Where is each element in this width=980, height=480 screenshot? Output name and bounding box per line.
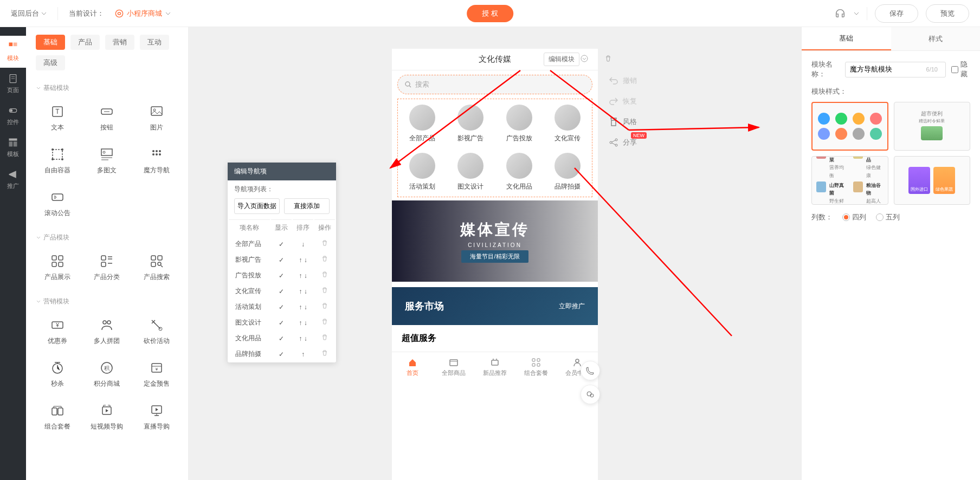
design-label: 当前设计： xyxy=(69,9,104,18)
sidebar-pages[interactable]: 页面 xyxy=(0,68,26,100)
module-组合套餐[interactable]: 组合套餐 xyxy=(34,398,81,437)
tab-interact[interactable]: 互动 xyxy=(140,35,169,50)
module-产品搜索[interactable]: 产品搜索 xyxy=(133,249,180,287)
style-option-2[interactable]: 超市便利精选时令鲜果 xyxy=(894,102,971,151)
props-tab-style[interactable]: 样式 xyxy=(891,27,981,50)
redo-button[interactable]: 恢复 xyxy=(609,96,637,106)
visible-toggle[interactable]: ✓ xyxy=(271,315,292,330)
magic-nav-module[interactable]: 全部产品影视广告广告投放文化宣传活动策划图文设计文化用品品牌拍摄 xyxy=(397,99,592,197)
phone-float-button[interactable] xyxy=(581,361,600,380)
delete-row[interactable] xyxy=(314,347,335,361)
nav-item[interactable]: 品牌拍摄 xyxy=(546,153,590,191)
module-产品分类[interactable]: 产品分类 xyxy=(83,249,131,287)
nav-item[interactable]: 活动策划 xyxy=(400,153,444,191)
add-directly-button[interactable]: 直接添加 xyxy=(284,198,330,214)
props-tab-basic[interactable]: 基础 xyxy=(802,27,891,50)
back-to-admin[interactable]: 返回后台 xyxy=(11,9,47,18)
sort-arrows[interactable]: ↑ xyxy=(293,347,313,361)
expand-icon[interactable] xyxy=(581,55,588,64)
visible-toggle[interactable]: ✓ xyxy=(271,300,292,314)
tab-advanced[interactable]: 高级 xyxy=(36,55,65,70)
module-秒杀[interactable]: 秒杀 xyxy=(34,355,81,394)
tabbar-item[interactable]: 首页 xyxy=(392,352,433,382)
delete-row[interactable] xyxy=(314,237,335,251)
module-图片[interactable]: 图片 xyxy=(133,99,180,138)
module-产品展示[interactable]: 产品展示 xyxy=(34,249,81,287)
sort-arrows[interactable]: ↑ ↓ xyxy=(293,331,313,346)
module-积分商城[interactable]: 积积分商城 xyxy=(83,355,131,394)
visible-toggle[interactable]: ✓ xyxy=(271,284,292,299)
delete-row[interactable] xyxy=(314,300,335,314)
visible-toggle[interactable]: ✓ xyxy=(271,331,292,346)
edit-module-button[interactable]: 编辑模块 xyxy=(544,53,579,66)
nav-item[interactable]: 图文设计 xyxy=(449,153,493,191)
hide-checkbox[interactable]: 隐藏 xyxy=(951,60,970,79)
sidebar-templates[interactable]: 模板 xyxy=(0,132,26,164)
module-砍价活动[interactable]: 砍价活动 xyxy=(133,313,180,351)
tabbar-item[interactable]: 全部商品 xyxy=(433,352,474,382)
delete-icon[interactable] xyxy=(604,55,612,64)
media-banner[interactable]: 媒体宣传 CIVILIZATION 海量节目/精彩无限 xyxy=(392,200,598,282)
service-banner[interactable]: 服务市场 立即推广 xyxy=(392,287,598,325)
radio-5col[interactable]: 五列 xyxy=(876,212,900,222)
sidebar-promote[interactable]: 推广 xyxy=(0,164,26,196)
module-魔方导航[interactable]: 魔方导航 xyxy=(133,142,180,180)
nav-item[interactable]: 全部产品 xyxy=(400,105,444,143)
svg-text:T: T xyxy=(55,108,60,115)
visible-toggle[interactable]: ✓ xyxy=(271,237,292,251)
svg-point-30 xyxy=(156,153,158,155)
svg-point-29 xyxy=(152,153,154,155)
delete-row[interactable] xyxy=(314,268,335,283)
chevron-down-icon[interactable] xyxy=(854,11,859,16)
style-option-3[interactable]: 农家蔬菜营养均衡家禽蛋品绿色健康 山野真菌野生鲜活粮油谷物超高人气 xyxy=(811,156,888,205)
preview-button[interactable]: 预览 xyxy=(926,4,969,23)
tabbar-item[interactable]: 组合套餐 xyxy=(515,352,557,382)
visible-toggle[interactable]: ✓ xyxy=(271,252,292,267)
delete-row[interactable] xyxy=(314,284,335,299)
sort-arrows[interactable]: ↓ xyxy=(293,237,313,251)
module-按钮[interactable]: 按钮 xyxy=(83,99,131,138)
style-option-1[interactable] xyxy=(811,102,888,151)
sort-arrows[interactable]: ↑ ↓ xyxy=(293,252,313,267)
tab-product[interactable]: 产品 xyxy=(70,35,100,50)
delete-row[interactable] xyxy=(314,252,335,267)
tab-basic[interactable]: 基础 xyxy=(36,35,65,50)
tabbar-item[interactable]: 新品推荐 xyxy=(474,352,515,382)
module-优惠券[interactable]: ¥优惠券 xyxy=(34,313,81,351)
import-page-data-button[interactable]: 导入页面数据 xyxy=(234,198,280,214)
search-bar[interactable]: 搜索 xyxy=(397,75,592,94)
sidebar-controls[interactable]: 控件 xyxy=(0,100,26,132)
nav-item[interactable]: 影视广告 xyxy=(449,105,493,143)
sort-arrows[interactable]: ↑ ↓ xyxy=(293,315,313,330)
delete-row[interactable] xyxy=(314,315,335,330)
style-button[interactable]: 风格 xyxy=(609,117,637,127)
nav-item[interactable]: 广告投放 xyxy=(497,105,541,143)
module-多人拼团[interactable]: 多人拼团 xyxy=(83,313,131,351)
sort-arrows[interactable]: ↑ ↓ xyxy=(293,268,313,283)
design-selector[interactable]: 小程序商城 xyxy=(115,9,171,18)
module-短视频导购[interactable]: 短视频导购 xyxy=(83,398,131,437)
style-option-4[interactable]: 国外进口 绿色果蔬 xyxy=(894,156,971,205)
nav-item[interactable]: 文化用品 xyxy=(497,153,541,191)
module-自由容器[interactable]: 自由容器 xyxy=(34,142,81,180)
module-滚动公告[interactable]: 滚动公告 xyxy=(34,185,81,223)
undo-button[interactable]: 撤销 xyxy=(609,76,637,86)
support-icon[interactable] xyxy=(834,8,846,20)
authorize-button[interactable]: 授 权 xyxy=(467,5,513,22)
module-多图文[interactable]: 多图文 xyxy=(83,142,131,180)
wechat-float-button[interactable] xyxy=(581,385,600,404)
sort-arrows[interactable]: ↑ ↓ xyxy=(293,300,313,314)
nav-item[interactable]: 文化宣传 xyxy=(546,105,590,143)
radio-4col[interactable]: 四列 xyxy=(842,212,866,222)
visible-toggle[interactable]: ✓ xyxy=(271,268,292,283)
save-button[interactable]: 保存 xyxy=(875,4,918,23)
visible-toggle[interactable]: ✓ xyxy=(271,347,292,361)
sidebar-modules[interactable]: 模块 xyxy=(0,36,26,68)
module-定金预售[interactable]: ¥定金预售 xyxy=(133,355,180,394)
module-文本[interactable]: T文本 xyxy=(34,99,81,138)
module-直播导购[interactable]: 直播导购 xyxy=(133,398,180,437)
sort-arrows[interactable]: ↑ ↓ xyxy=(293,284,313,299)
share-button[interactable]: 分享 NEW xyxy=(609,138,637,147)
delete-row[interactable] xyxy=(314,331,335,346)
tab-marketing[interactable]: 营销 xyxy=(105,35,134,50)
